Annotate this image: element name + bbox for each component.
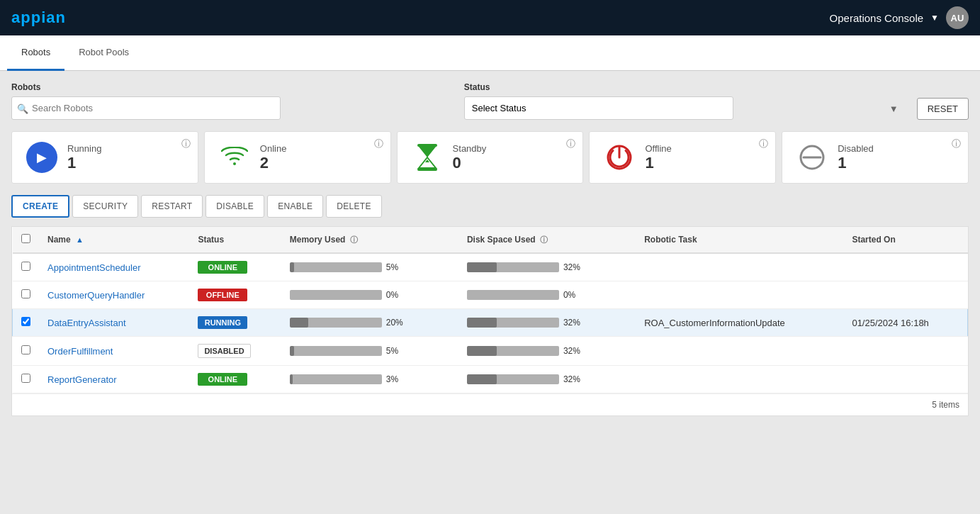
robot-name-link[interactable]: CustomerQueryHandler <box>47 290 145 301</box>
header: appian Operations Console ▼ AU <box>0 0 980 35</box>
table-footer: 5 items <box>12 393 968 415</box>
stat-online-info-icon[interactable]: ⓘ <box>374 138 383 150</box>
status-filter-label: Status <box>464 82 906 92</box>
status-filter-group: Status Select Status ONLINE OFFLINE RUNN… <box>464 82 906 120</box>
disk-help-icon[interactable]: ⓘ <box>540 235 548 244</box>
table-header-row: Name ▲ Status Memory Used ⓘ Disk Space U… <box>13 227 968 253</box>
console-dropdown-icon[interactable]: ▼ <box>930 13 939 23</box>
started-on <box>843 337 967 366</box>
stat-disabled-info: Disabled 1 <box>838 143 874 172</box>
col-status: Status <box>189 227 281 253</box>
disk-bar: 32% <box>467 318 627 328</box>
stat-offline-value: 1 <box>645 154 671 172</box>
memory-bar: 20% <box>290 318 450 328</box>
row-checkbox[interactable] <box>21 289 30 298</box>
status-badge: RUNNING <box>198 316 247 329</box>
started-on <box>843 281 967 309</box>
robot-name-link[interactable]: DataEntryAssistant <box>47 318 126 328</box>
row-checkbox[interactable] <box>21 345 30 354</box>
robot-name-link[interactable]: AppointmentScheduler <box>47 262 141 273</box>
restart-button[interactable]: RESTART <box>141 195 203 218</box>
disk-label: 0% <box>563 290 585 300</box>
running-icon: ▶ <box>26 142 57 173</box>
tabs-bar: Robots Robot Pools <box>0 35 980 71</box>
security-button[interactable]: SECURITY <box>72 195 138 218</box>
stat-offline-label: Offline <box>645 143 671 154</box>
started-on: 01/25/2024 16:18h <box>843 309 967 337</box>
tab-robots[interactable]: Robots <box>7 35 64 71</box>
stat-running-info-icon[interactable]: ⓘ <box>181 138 191 150</box>
table-row: ReportGeneratorONLINE 3% 32% <box>13 366 968 393</box>
enable-button[interactable]: ENABLE <box>267 195 323 218</box>
delete-button[interactable]: DELETE <box>326 195 381 218</box>
svg-rect-0 <box>417 144 437 147</box>
memory-label: 3% <box>386 374 407 384</box>
search-robots-input[interactable] <box>11 96 281 120</box>
content-area: Robots 🔍 Status Select Status ONLINE OFF… <box>0 71 980 428</box>
row-checkbox[interactable] <box>21 262 30 271</box>
stat-offline-info-icon[interactable]: ⓘ <box>759 138 768 150</box>
search-icon: 🔍 <box>17 103 28 113</box>
memory-label: 5% <box>386 346 407 356</box>
stat-disabled-value: 1 <box>838 154 874 172</box>
robot-name-link[interactable]: OrderFulfillment <box>47 346 113 357</box>
stat-standby-info: Standby 0 <box>453 143 487 172</box>
disable-button[interactable]: DISABLE <box>205 195 264 218</box>
disk-label: 32% <box>563 374 585 384</box>
create-button[interactable]: CREATE <box>11 195 69 218</box>
started-on <box>843 366 967 393</box>
memory-bar: 0% <box>290 290 450 300</box>
disk-bar: 0% <box>467 290 627 300</box>
select-all-checkbox[interactable] <box>21 234 30 243</box>
filters-row: Robots 🔍 Status Select Status ONLINE OFF… <box>11 82 969 120</box>
stat-running: ▶ Running 1 ⓘ <box>11 131 198 184</box>
started-on <box>843 253 967 281</box>
col-memory: Memory Used ⓘ <box>281 227 458 253</box>
offline-icon <box>604 142 635 173</box>
disabled-icon <box>796 142 828 173</box>
stat-disabled: Disabled 1 ⓘ <box>782 131 969 184</box>
status-badge: ONLINE <box>198 261 247 274</box>
status-badge: DISABLED <box>198 344 250 358</box>
stat-standby: Standby 0 ⓘ <box>397 131 584 184</box>
header-right: Operations Console ▼ AU <box>830 6 969 29</box>
disk-label: 32% <box>563 262 585 272</box>
stat-running-value: 1 <box>67 154 101 172</box>
robotic-task <box>636 253 843 281</box>
app-logo: appian <box>11 9 66 27</box>
chevron-down-icon: ▼ <box>889 103 899 113</box>
reset-button[interactable]: RESET <box>917 98 969 120</box>
user-avatar[interactable]: AU <box>946 6 969 29</box>
memory-label: 0% <box>386 290 407 300</box>
table-row: AppointmentSchedulerONLINE 5% 32% <box>13 253 968 281</box>
robot-name-link[interactable]: ReportGenerator <box>47 374 117 385</box>
stats-row: ▶ Running 1 ⓘ Online 2 <box>11 131 969 184</box>
col-name: Name ▲ <box>39 227 189 253</box>
stat-standby-info-icon[interactable]: ⓘ <box>566 138 575 150</box>
toolbar: CREATE SECURITY RESTART DISABLE ENABLE D… <box>11 195 969 218</box>
row-checkbox[interactable] <box>21 317 30 326</box>
table-row: DataEntryAssistantRUNNING 20% 32% ROA_Cu… <box>13 309 968 337</box>
stat-running-label: Running <box>67 143 101 154</box>
robotic-task <box>636 281 843 309</box>
name-sort-icon[interactable]: ▲ <box>76 235 84 244</box>
robots-filter-label: Robots <box>11 82 453 92</box>
col-started: Started On <box>843 227 967 253</box>
robots-table: Name ▲ Status Memory Used ⓘ Disk Space U… <box>11 226 969 416</box>
robotic-task <box>636 337 843 366</box>
table-row: CustomerQueryHandlerOFFLINE 0% 0% <box>13 281 968 309</box>
stat-offline-info: Offline 1 <box>645 143 671 172</box>
status-badge: ONLINE <box>198 373 247 386</box>
row-checkbox[interactable] <box>21 374 30 383</box>
stat-offline: Offline 1 ⓘ <box>589 131 776 184</box>
tab-robot-pools[interactable]: Robot Pools <box>64 35 143 71</box>
memory-bar: 5% <box>290 262 450 272</box>
stat-online-value: 2 <box>260 154 287 172</box>
memory-help-icon[interactable]: ⓘ <box>350 235 358 244</box>
memory-label: 20% <box>386 318 407 328</box>
stat-disabled-info-icon[interactable]: ⓘ <box>952 138 961 150</box>
status-badge: OFFLINE <box>198 289 247 301</box>
status-select[interactable]: Select Status ONLINE OFFLINE RUNNING STA… <box>464 96 733 120</box>
disk-bar: 32% <box>467 262 627 272</box>
disk-bar: 32% <box>467 346 627 356</box>
